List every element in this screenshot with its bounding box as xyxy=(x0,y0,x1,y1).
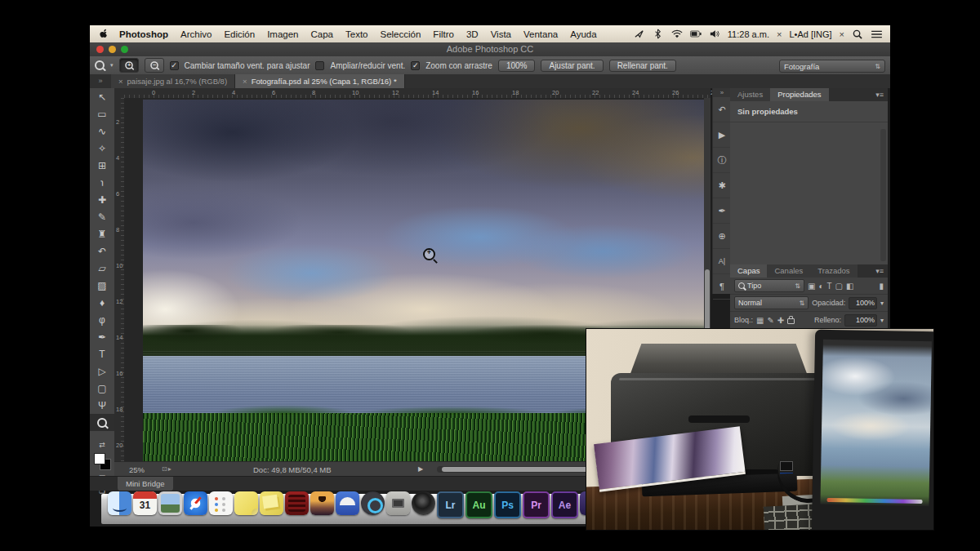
character-panel-button[interactable]: A| xyxy=(713,249,731,274)
zoom-level-field[interactable]: 25% xyxy=(129,465,145,474)
wifi-icon[interactable] xyxy=(671,29,683,40)
foreground-color-swatch[interactable] xyxy=(94,453,105,464)
sync-menu-icon[interactable] xyxy=(634,29,645,40)
menu-item-archivo[interactable]: Archivo xyxy=(180,29,212,39)
opacity-caret-icon[interactable]: ▾ xyxy=(880,300,884,307)
zoom-out-mode-button[interactable]: − xyxy=(145,58,164,73)
umbrella-app-dock-icon[interactable] xyxy=(336,491,359,515)
clone-stamp-tool[interactable]: ♜ xyxy=(90,225,114,242)
healing-brush-tool[interactable]: ✚ xyxy=(90,191,114,208)
filter-smart-objects-icon[interactable]: ◧ xyxy=(846,282,853,291)
lock-all-icon[interactable] xyxy=(787,318,795,324)
spotlight-icon[interactable] xyxy=(852,29,863,40)
fill-caret-icon[interactable]: ▾ xyxy=(880,317,884,324)
filter-adjustment-layers-icon[interactable]: ◐ xyxy=(818,282,823,291)
tab-propiedades[interactable]: Propiedades xyxy=(770,88,828,101)
safari-dock-icon[interactable] xyxy=(184,491,207,515)
scrubby-zoom-checkbox[interactable]: ✓ xyxy=(411,61,420,70)
filter-type-dropdown[interactable]: Tipo⇅ xyxy=(734,279,804,292)
swap-colors-icon[interactable]: ⇄ xyxy=(90,441,114,449)
blend-mode-dropdown[interactable]: Normal⇅ xyxy=(734,296,808,309)
dodge-tool[interactable]: φ xyxy=(90,311,114,328)
crop-tool[interactable]: ⊞ xyxy=(90,157,114,174)
move-tool[interactable]: ↖ xyxy=(90,88,114,105)
reminders-dock-icon[interactable] xyxy=(209,491,233,515)
lock-position-icon[interactable]: ✚ xyxy=(777,316,784,325)
close-tab-icon[interactable]: × xyxy=(243,77,247,86)
aftereffects-dock-icon[interactable]: Ae xyxy=(551,491,578,518)
premiere-dock-icon[interactable]: Pr xyxy=(523,491,550,518)
menu-clock[interactable]: 11:28 a.m. xyxy=(728,29,769,39)
apple-menu-icon[interactable] xyxy=(98,29,109,40)
menu-item-filtro[interactable]: Filtro xyxy=(433,29,454,39)
preview-dock-icon[interactable] xyxy=(158,491,182,515)
lock-pixels-icon[interactable]: ✎ xyxy=(767,316,773,325)
swatches-panel-button[interactable]: ✱ xyxy=(713,173,731,198)
filter-shape-layers-icon[interactable]: ▢ xyxy=(835,282,843,291)
resize-window-checkbox[interactable]: ✓ xyxy=(170,61,179,70)
tab-trazados[interactable]: Trazados xyxy=(810,264,857,278)
history-panel-button[interactable]: ↶ xyxy=(713,97,731,122)
menu-item-vista[interactable]: Vista xyxy=(491,29,511,39)
info-panel-button[interactable]: ⓘ xyxy=(713,148,731,173)
fill-screen-button[interactable]: Rellenar pant. xyxy=(609,60,676,72)
paragraph-panel-button[interactable]: ¶ xyxy=(713,274,731,300)
brush-presets-panel-button[interactable]: ✒ xyxy=(713,198,731,224)
tab-overflow-icon[interactable]: » xyxy=(90,74,111,88)
gradient-tool[interactable]: ▨ xyxy=(90,277,114,294)
mini-bridge-tab[interactable]: Mini Bridge xyxy=(118,477,173,491)
opacity-value[interactable]: 100% xyxy=(849,297,877,309)
tool-preset-caret-icon[interactable]: ▾ xyxy=(110,62,114,69)
filter-toggle-icon[interactable]: ▮ xyxy=(879,282,884,291)
type-tool[interactable]: T xyxy=(90,345,114,362)
workspace-selector[interactable]: Fotografía⇅ xyxy=(779,60,885,73)
input-source-label[interactable]: L•Ad [ING] xyxy=(789,29,831,39)
image-capture-dock-icon[interactable] xyxy=(386,491,410,515)
lock-transparency-icon[interactable]: ▦ xyxy=(756,316,764,325)
fit-screen-button[interactable]: Ajustar pant. xyxy=(541,60,603,72)
fill-value[interactable]: 100% xyxy=(844,314,877,327)
properties-scrollbar[interactable] xyxy=(880,129,886,261)
filter-type-layers-icon[interactable]: T xyxy=(827,282,832,291)
brush-tool[interactable]: ✎ xyxy=(90,208,114,225)
bluetooth-icon[interactable] xyxy=(653,29,664,40)
hand-tool[interactable]: Ψ xyxy=(90,397,114,414)
pen-tool[interactable]: ✒ xyxy=(90,328,114,345)
blur-tool[interactable]: ♦ xyxy=(90,294,114,311)
zoom-in-mode-button[interactable]: + xyxy=(119,58,139,73)
menu-item-seleccion[interactable]: Selección xyxy=(380,29,421,39)
tab-capas[interactable]: Capas xyxy=(730,264,767,278)
stickies-dock-icon[interactable] xyxy=(234,491,258,515)
menu-item-photoshop[interactable]: Photoshop xyxy=(119,29,168,39)
zoom-all-windows-checkbox[interactable] xyxy=(315,61,324,70)
menu-item-capa[interactable]: Capa xyxy=(310,29,333,39)
panel-menu-icon[interactable]: ▾≡ xyxy=(875,264,888,278)
tab-paisaje[interactable]: ×paisaje.jpg al 16,7% (RGB/8) xyxy=(111,74,235,88)
audition-dock-icon[interactable]: Au xyxy=(466,491,492,518)
menu-item-imagen[interactable]: Imagen xyxy=(267,29,298,39)
actions-panel-button[interactable]: ▶ xyxy=(713,122,731,148)
marquee-tool[interactable]: ▭ xyxy=(90,105,114,122)
clone-source-panel-button[interactable]: ⊕ xyxy=(713,224,731,249)
photos-dock-icon[interactable] xyxy=(310,491,334,515)
finder-dock-icon[interactable] xyxy=(108,491,131,515)
photoshop-dock-icon[interactable]: Ps xyxy=(494,491,521,518)
lasso-tool[interactable]: ∿ xyxy=(90,122,114,140)
eyedropper-tool[interactable]: ℩ xyxy=(90,174,114,191)
lens-app-dock-icon[interactable] xyxy=(412,491,435,515)
battery-icon[interactable] xyxy=(690,29,702,40)
menu-item-ayuda[interactable]: Ayuda xyxy=(570,29,596,39)
expand-panels-icon[interactable]: » xyxy=(713,88,731,97)
zoom-100-button[interactable]: 100% xyxy=(498,60,536,72)
menu-item-texto[interactable]: Texto xyxy=(345,29,368,39)
imovie-dock-icon[interactable] xyxy=(285,491,309,515)
history-brush-tool[interactable]: ↶ xyxy=(90,242,114,260)
path-selection-tool[interactable]: ▷ xyxy=(90,362,114,380)
tab-ajustes[interactable]: Ajustes xyxy=(730,88,770,101)
filter-pixel-layers-icon[interactable]: ▣ xyxy=(808,282,815,291)
tab-fotografia[interactable]: ×Fotografía.psd al 25% (Capa 1, RGB/16) … xyxy=(235,74,405,88)
camera-app-dock-icon[interactable] xyxy=(361,491,385,515)
notification-center-icon[interactable] xyxy=(871,29,882,40)
menu-item-edicion[interactable]: Edición xyxy=(224,29,255,39)
quick-selection-tool[interactable]: ✧ xyxy=(90,140,114,157)
